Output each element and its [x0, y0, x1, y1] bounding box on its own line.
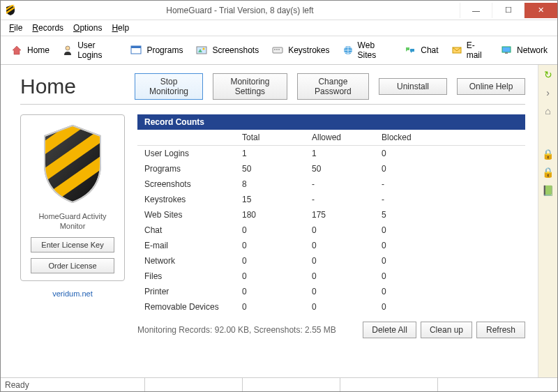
- menu-options[interactable]: Options: [69, 22, 106, 34]
- lock-icon[interactable]: 🔒: [541, 147, 555, 161]
- cell-name: Keystrokes: [144, 195, 242, 204]
- lock-icon[interactable]: 🔒: [541, 165, 555, 179]
- status-cell: [144, 378, 242, 391]
- toolbar-email-label: E-mail: [467, 40, 488, 60]
- toolbar-keystrokes[interactable]: Keystrokes: [266, 41, 335, 59]
- close-button[interactable]: ✕: [524, 3, 557, 18]
- col-name: [144, 133, 242, 142]
- cell-allowed: 0: [312, 271, 382, 281]
- table-row: Screenshots8--: [137, 176, 525, 192]
- table-row: Network000: [137, 253, 525, 269]
- toolbar-chat-label: Chat: [421, 45, 438, 55]
- toolbar-home-label: Home: [27, 45, 50, 55]
- table-row: E-mail000: [137, 238, 525, 253]
- cell-blocked: 0: [382, 241, 451, 250]
- chevron-right-icon[interactable]: ›: [541, 86, 555, 100]
- cell-name: Programs: [144, 164, 242, 174]
- cell-blocked: -: [382, 179, 451, 189]
- window-controls: — ☐ ✕: [460, 3, 557, 18]
- cell-allowed: -: [312, 195, 382, 204]
- cell-total: 50: [242, 164, 312, 174]
- page-title: Home: [20, 75, 125, 98]
- refresh-icon[interactable]: ↻: [541, 68, 555, 82]
- monitoring-settings-button[interactable]: Monitoring Settings: [213, 73, 287, 100]
- toolbar-keystrokes-label: Keystrokes: [288, 45, 329, 55]
- svg-rect-8: [276, 49, 278, 50]
- cell-name: Network: [144, 256, 242, 266]
- maximize-button[interactable]: ☐: [492, 3, 524, 18]
- status-ready: Ready: [5, 380, 144, 390]
- svg-rect-2: [131, 46, 141, 48]
- home-body: HomeGuard Activity Monitor Enter License…: [20, 114, 525, 338]
- toolbar-userlogins[interactable]: User Logins: [56, 38, 123, 63]
- cell-total: 0: [242, 302, 312, 312]
- chat-icon: [404, 44, 416, 56]
- table-row: Printer000: [137, 284, 525, 299]
- statusbar: Ready: [1, 377, 557, 391]
- toolbar-network-label: Network: [517, 45, 548, 55]
- user-icon: [62, 44, 73, 56]
- cell-blocked: 0: [382, 271, 451, 281]
- cell-allowed: 0: [312, 256, 382, 266]
- svg-rect-13: [505, 52, 508, 54]
- menu-records[interactable]: Records: [28, 22, 68, 34]
- cell-allowed: 0: [312, 287, 382, 296]
- toolbar-network[interactable]: Network: [495, 41, 553, 59]
- col-blocked: Blocked: [382, 133, 451, 142]
- titlebar: HomeGuard - Trial Version, 8 day(s) left…: [1, 1, 557, 20]
- toolbar-programs[interactable]: Programs: [124, 41, 188, 59]
- shield-icon: [38, 122, 107, 206]
- table-row: Programs50500: [137, 161, 525, 176]
- change-password-button[interactable]: Change Password: [297, 73, 369, 100]
- toolbar-home[interactable]: Home: [5, 41, 55, 59]
- cell-name: User Logins: [144, 149, 242, 158]
- cell-total: 1: [242, 149, 312, 158]
- table-row: Chat000: [137, 223, 525, 238]
- table-title: Record Counts: [137, 114, 525, 130]
- monitor-icon: [500, 44, 513, 56]
- book-icon[interactable]: 📗: [541, 183, 555, 197]
- table-row: Files000: [137, 269, 525, 284]
- toolbar-chat[interactable]: Chat: [398, 41, 444, 59]
- cell-blocked: 0: [382, 164, 451, 174]
- svg-rect-9: [278, 49, 280, 50]
- toolbar-programs-label: Programs: [146, 45, 183, 55]
- cell-blocked: 0: [382, 225, 451, 235]
- toolbar-websites[interactable]: Web Sites: [337, 38, 398, 63]
- uninstall-button[interactable]: Uninstall: [379, 78, 447, 95]
- enter-license-button[interactable]: Enter License Key: [31, 237, 114, 252]
- toolbar-screenshots[interactable]: Screenshots: [190, 41, 264, 59]
- table-body: User Logins110Programs50500Screenshots8-…: [137, 146, 525, 315]
- minimize-button[interactable]: —: [460, 3, 492, 18]
- refresh-button[interactable]: Refresh: [476, 322, 525, 338]
- table-row: Keystrokes15--: [137, 192, 525, 207]
- app-icon: [1, 1, 20, 20]
- table-header-row: Total Allowed Blocked: [137, 130, 525, 146]
- toolbar-email[interactable]: E-mail: [446, 38, 493, 63]
- cell-total: 15: [242, 195, 312, 204]
- cell-total: 0: [242, 256, 312, 266]
- cell-allowed: 175: [312, 210, 382, 220]
- toolbar-screenshots-label: Screenshots: [212, 45, 259, 55]
- cell-blocked: -: [382, 195, 451, 204]
- vendor-link[interactable]: veridum.net: [52, 289, 92, 298]
- cell-name: Web Sites: [144, 210, 242, 220]
- home-small-icon[interactable]: ⌂: [541, 104, 555, 118]
- menu-file[interactable]: File: [5, 22, 27, 34]
- stop-monitoring-button[interactable]: Stop Monitoring: [135, 73, 203, 100]
- left-panel: HomeGuard Activity Monitor Enter License…: [20, 114, 125, 338]
- online-help-button[interactable]: Online Help: [457, 78, 525, 95]
- cell-allowed: 50: [312, 164, 382, 174]
- clean-up-button[interactable]: Clean up: [421, 322, 472, 338]
- svg-point-0: [66, 46, 70, 50]
- order-license-button[interactable]: Order License: [31, 258, 114, 273]
- window-icon: [130, 44, 142, 56]
- cell-total: 0: [242, 271, 312, 281]
- table-row: Removable Devices000: [137, 299, 525, 315]
- picture-icon: [195, 44, 208, 56]
- menu-help[interactable]: Help: [107, 22, 133, 34]
- cell-name: Chat: [144, 225, 242, 235]
- delete-all-button[interactable]: Delete All: [363, 322, 416, 338]
- col-allowed: Allowed: [312, 133, 382, 142]
- table-row: User Logins110: [137, 146, 525, 161]
